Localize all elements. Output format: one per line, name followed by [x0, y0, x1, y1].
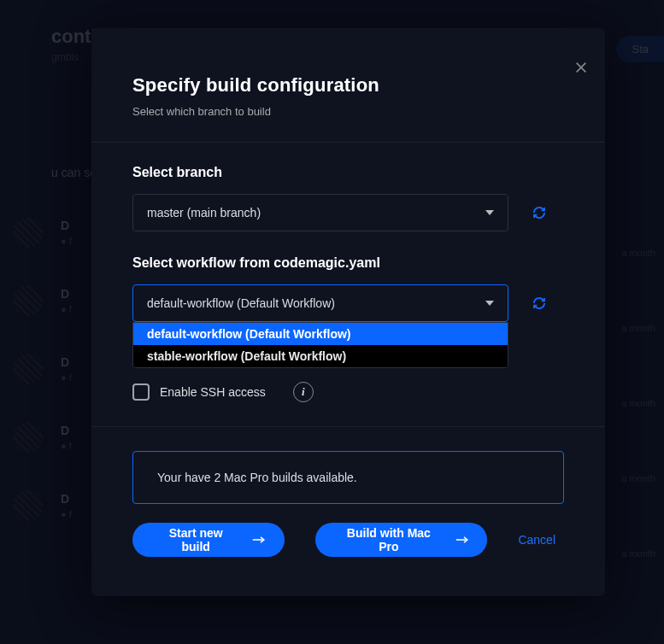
workflow-select[interactable]: default-workflow (Default Workflow) [132, 284, 508, 322]
ssh-checkbox[interactable] [132, 383, 150, 401]
build-config-modal: Specify build configuration Select which… [91, 28, 605, 596]
build-macpro-label: Build with Mac Pro [338, 526, 440, 553]
macpro-notice: Your have 2 Mac Pro builds available. [132, 451, 564, 504]
refresh-workflow-icon[interactable] [532, 296, 546, 310]
workflow-selected-value: default-workflow (Default Workflow) [147, 296, 335, 310]
avatar [13, 354, 44, 384]
arrow-right-icon [252, 536, 265, 544]
close-icon[interactable] [574, 61, 588, 74]
chevron-down-icon [485, 299, 494, 307]
workflow-label: Select workflow from codemagic.yaml [132, 255, 564, 271]
branch-selected-value: master (main branch) [147, 206, 261, 220]
branch-label: Select branch [132, 165, 564, 180]
modal-subtitle: Select which branch to build [132, 105, 564, 118]
branch-select[interactable]: master (main branch) [132, 194, 508, 231]
start-build-label: Start new build [155, 526, 237, 553]
modal-title: Specify build configuration [132, 74, 564, 97]
workflow-option[interactable]: stable-workflow (Default Workflow) [133, 345, 508, 367]
start-build-button[interactable]: Start new build [132, 523, 285, 557]
arrow-right-icon [455, 536, 468, 544]
info-icon[interactable]: i [293, 382, 314, 402]
ssh-row: Enable SSH access i [132, 382, 564, 402]
workflow-dropdown: default-workflow (Default Workflow) stab… [132, 322, 508, 368]
avatar [13, 490, 44, 521]
workflow-option[interactable]: default-workflow (Default Workflow) [133, 323, 508, 345]
avatar [13, 285, 44, 316]
modal-footer: Start new build Build with Mac Pro Cance… [132, 523, 564, 557]
avatar [13, 217, 44, 248]
refresh-branch-icon[interactable] [532, 206, 546, 220]
bg-start-button: Sta [616, 36, 664, 62]
divider [91, 426, 605, 427]
ssh-label: Enable SSH access [160, 385, 266, 399]
build-macpro-button[interactable]: Build with Mac Pro [315, 523, 488, 557]
modal-header: Specify build configuration Select which… [91, 28, 605, 142]
cancel-button[interactable]: Cancel [518, 533, 555, 547]
avatar [13, 422, 44, 453]
chevron-down-icon [485, 208, 494, 217]
